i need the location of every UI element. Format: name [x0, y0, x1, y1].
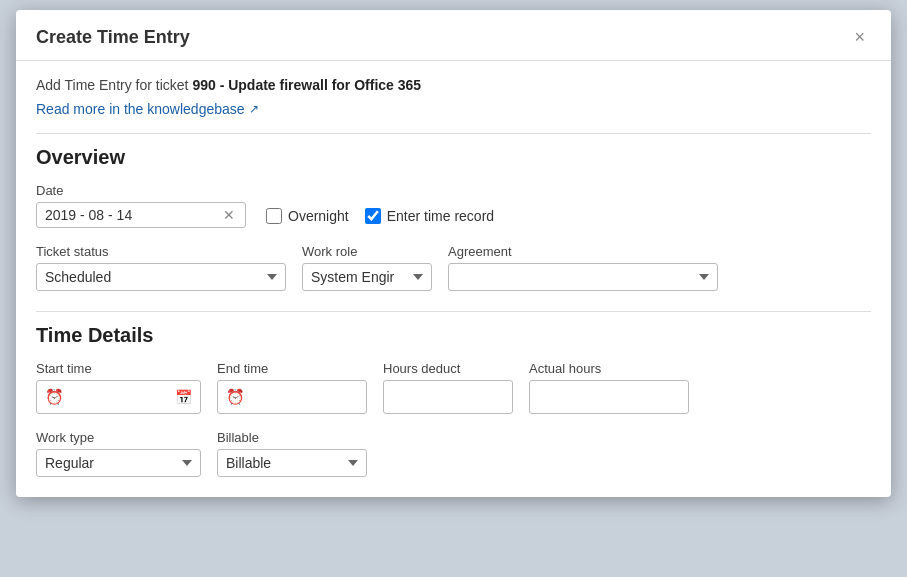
agreement-select[interactable] [448, 263, 718, 291]
overview-divider [36, 133, 871, 134]
work-type-label: Work type [36, 430, 201, 445]
ticket-status-select[interactable]: Scheduled In Progress Completed Closed [36, 263, 286, 291]
overview-title: Overview [36, 146, 871, 169]
overnight-label: Overnight [288, 208, 349, 224]
ticket-ref: 990 - Update firewall for Office 365 [192, 77, 421, 93]
clock-icon-start: ⏰ [45, 388, 64, 406]
ticket-status-field: Ticket status Scheduled In Progress Comp… [36, 244, 286, 291]
checkboxes: Overnight Enter time record [266, 208, 494, 224]
actual-hours-field: Actual hours [529, 361, 689, 414]
external-link-icon: ↗ [249, 102, 259, 116]
work-role-label: Work role [302, 244, 432, 259]
work-role-select[interactable]: System Engir Network Admin Developer [302, 263, 432, 291]
actual-hours-label: Actual hours [529, 361, 689, 376]
date-field: Date ✕ [36, 183, 246, 228]
create-time-entry-modal: Create Time Entry × Add Time Entry for t… [16, 10, 891, 497]
billable-label: Billable [217, 430, 367, 445]
worktype-billable-row: Work type Regular Overtime Holiday Billa… [36, 430, 871, 477]
ticket-info-prefix: Add Time Entry for ticket [36, 77, 192, 93]
agreement-field: Agreement [448, 244, 718, 291]
start-time-label: Start time [36, 361, 201, 376]
overnight-checkbox[interactable] [266, 208, 282, 224]
enter-time-checkbox[interactable] [365, 208, 381, 224]
billable-field: Billable Billable Non-Billable No Charge [217, 430, 367, 477]
end-time-label: End time [217, 361, 367, 376]
work-role-field: Work role System Engir Network Admin Dev… [302, 244, 432, 291]
calendar-icon-start[interactable]: 📅 [175, 389, 192, 405]
agreement-label: Agreement [448, 244, 718, 259]
end-time-input[interactable] [249, 389, 358, 405]
modal-body: Add Time Entry for ticket 990 - Update f… [16, 61, 891, 497]
start-time-input[interactable] [68, 389, 171, 405]
enter-time-label: Enter time record [387, 208, 494, 224]
date-input-wrapper: ✕ [36, 202, 246, 228]
time-details-section: Time Details Start time ⏰ 📅 End time ⏰ [36, 324, 871, 477]
time-details-divider [36, 311, 871, 312]
status-workrole-agreement-row: Ticket status Scheduled In Progress Comp… [36, 244, 871, 291]
time-details-title: Time Details [36, 324, 871, 347]
work-type-field: Work type Regular Overtime Holiday [36, 430, 201, 477]
kb-link-text: Read more in the knowledgebase [36, 101, 245, 117]
start-time-wrapper: ⏰ 📅 [36, 380, 201, 414]
enter-time-checkbox-item[interactable]: Enter time record [365, 208, 494, 224]
ticket-status-label: Ticket status [36, 244, 286, 259]
start-time-field: Start time ⏰ 📅 [36, 361, 201, 414]
close-button[interactable]: × [848, 26, 871, 48]
clock-icon-end: ⏰ [226, 388, 245, 406]
end-time-wrapper: ⏰ [217, 380, 367, 414]
date-row: Date ✕ Overnight Enter time record [36, 183, 871, 228]
billable-select[interactable]: Billable Non-Billable No Charge [217, 449, 367, 477]
clear-date-button[interactable]: ✕ [221, 207, 237, 223]
modal-title: Create Time Entry [36, 27, 190, 48]
time-fields-row: Start time ⏰ 📅 End time ⏰ Hours ded [36, 361, 871, 414]
ticket-info: Add Time Entry for ticket 990 - Update f… [36, 77, 871, 93]
work-type-select[interactable]: Regular Overtime Holiday [36, 449, 201, 477]
hours-deduct-input[interactable] [383, 380, 513, 414]
end-time-field: End time ⏰ [217, 361, 367, 414]
actual-hours-input[interactable] [529, 380, 689, 414]
overnight-checkbox-item[interactable]: Overnight [266, 208, 349, 224]
modal-header: Create Time Entry × [16, 10, 891, 61]
kb-link[interactable]: Read more in the knowledgebase ↗ [36, 101, 259, 117]
date-label: Date [36, 183, 246, 198]
hours-deduct-field: Hours deduct [383, 361, 513, 414]
date-input[interactable] [45, 207, 221, 223]
hours-deduct-label: Hours deduct [383, 361, 513, 376]
